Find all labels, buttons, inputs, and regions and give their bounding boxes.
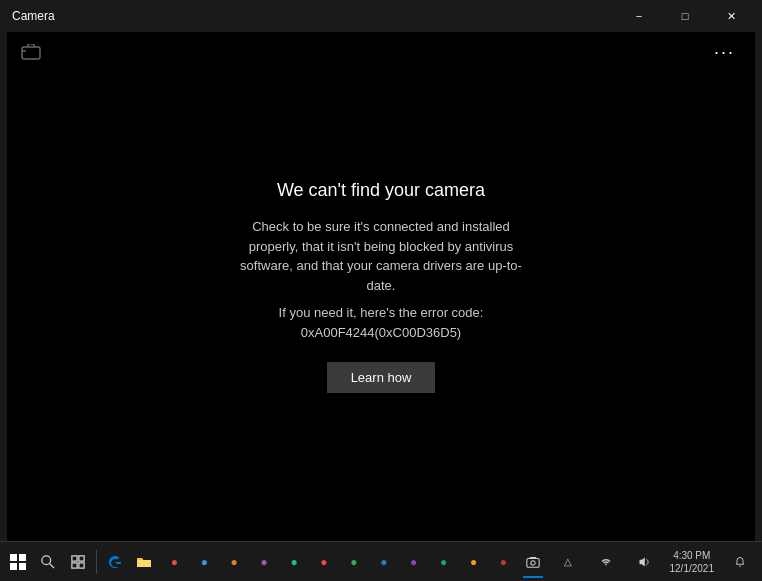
svg-rect-13 bbox=[72, 562, 77, 567]
error-title: We can't find your camera bbox=[277, 180, 485, 201]
notification-icon bbox=[734, 556, 746, 568]
svg-line-10 bbox=[50, 563, 54, 567]
taskbar-separator bbox=[96, 550, 97, 574]
camera-mode-icon bbox=[19, 40, 43, 64]
more-options-button[interactable]: ··· bbox=[706, 38, 743, 67]
svg-rect-12 bbox=[79, 555, 84, 560]
svg-point-9 bbox=[42, 555, 51, 564]
svg-rect-11 bbox=[72, 555, 77, 560]
maximize-button[interactable]: □ bbox=[662, 0, 708, 32]
taskbar-app-12[interactable]: ● bbox=[490, 544, 518, 580]
task-view-icon bbox=[71, 555, 85, 569]
taskbar-right: △ 4:30 PM12/1/2021 bbox=[550, 544, 759, 580]
camera-taskbar-item[interactable] bbox=[519, 544, 547, 580]
wifi-icon bbox=[600, 556, 612, 568]
taskbar-app-5[interactable]: ● bbox=[280, 544, 308, 580]
camera-window: ··· We can't find your camera Check to b… bbox=[7, 32, 755, 541]
taskbar-app-10[interactable]: ● bbox=[430, 544, 458, 580]
error-content: We can't find your camera Check to be su… bbox=[7, 32, 755, 541]
network-icon[interactable] bbox=[588, 544, 624, 580]
error-code-label: If you need it, here's the error code: bbox=[279, 305, 484, 320]
notification-button[interactable] bbox=[722, 544, 758, 580]
windows-logo-icon bbox=[10, 554, 26, 570]
title-bar-controls: − □ ✕ bbox=[616, 0, 754, 32]
folder-icon bbox=[136, 554, 152, 570]
minimize-button[interactable]: − bbox=[616, 0, 662, 32]
title-bar-left: Camera bbox=[12, 9, 55, 23]
notification-area[interactable]: △ bbox=[550, 544, 586, 580]
camera-taskbar-icon bbox=[526, 555, 540, 569]
volume-icon[interactable] bbox=[626, 544, 662, 580]
file-explorer-button[interactable] bbox=[130, 544, 158, 580]
taskbar: ● ● ● ● ● ● ● ● ● ● ● ● △ 4 bbox=[0, 541, 762, 581]
error-code-section: If you need it, here's the error code: 0… bbox=[279, 303, 484, 342]
error-description: Check to be sure it's connected and inst… bbox=[231, 217, 531, 295]
camera-top-bar: ··· bbox=[7, 32, 755, 72]
taskbar-app-2[interactable]: ● bbox=[190, 544, 218, 580]
taskbar-app-7[interactable]: ● bbox=[340, 544, 368, 580]
start-button[interactable] bbox=[4, 544, 32, 580]
search-icon bbox=[41, 555, 55, 569]
taskbar-app-6[interactable]: ● bbox=[310, 544, 338, 580]
svg-rect-7 bbox=[10, 563, 17, 570]
taskbar-app-1[interactable]: ● bbox=[160, 544, 188, 580]
svg-rect-0 bbox=[22, 47, 40, 59]
title-bar: Camera − □ ✕ bbox=[0, 0, 762, 32]
svg-rect-5 bbox=[10, 554, 17, 561]
taskbar-app-4[interactable]: ● bbox=[250, 544, 278, 580]
speaker-icon bbox=[638, 556, 650, 568]
svg-rect-14 bbox=[79, 562, 84, 567]
error-code-value: 0xA00F4244(0xC00D36D5) bbox=[301, 325, 461, 340]
taskbar-app-8[interactable]: ● bbox=[370, 544, 398, 580]
svg-rect-15 bbox=[527, 558, 539, 567]
close-button[interactable]: ✕ bbox=[708, 0, 754, 32]
taskbar-app-11[interactable]: ● bbox=[460, 544, 488, 580]
svg-rect-6 bbox=[19, 554, 26, 561]
system-clock[interactable]: 4:30 PM12/1/2021 bbox=[664, 549, 721, 575]
task-view-button[interactable] bbox=[64, 544, 92, 580]
search-taskbar[interactable] bbox=[34, 544, 62, 580]
learn-how-button[interactable]: Learn how bbox=[327, 362, 436, 393]
edge-browser[interactable] bbox=[101, 544, 129, 580]
taskbar-app-3[interactable]: ● bbox=[220, 544, 248, 580]
svg-point-16 bbox=[531, 560, 535, 564]
svg-rect-8 bbox=[19, 563, 26, 570]
app-title: Camera bbox=[12, 9, 55, 23]
taskbar-app-9[interactable]: ● bbox=[400, 544, 428, 580]
camera-icon bbox=[21, 44, 41, 60]
edge-icon bbox=[107, 554, 123, 570]
